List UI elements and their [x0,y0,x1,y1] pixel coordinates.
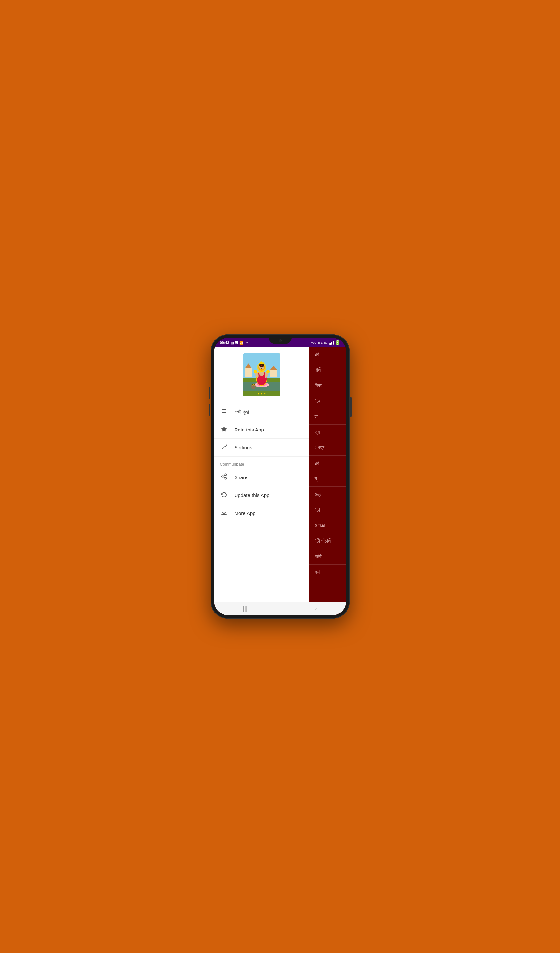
menu-item-rate[interactable]: Rate this App [214,421,309,439]
app-icon-image: ✦ ✦ ✦ [244,353,280,396]
svg-marker-37 [221,426,226,431]
list-item[interactable]: কথা [309,565,346,580]
bar1 [329,343,330,345]
list-item[interactable]: মন্ত্র [309,487,346,502]
status-bar: 09:43 ▤ 🖼 📶 ··· VoLTE LTE2 🔋 [214,337,346,347]
svg-point-31 [252,384,253,385]
drawer-menu: লক্ষী পূজা Rate this App [214,403,309,602]
phone-frame: 09:43 ▤ 🖼 📶 ··· VoLTE LTE2 🔋 [211,334,350,619]
menu-item-update[interactable]: Update this App [214,486,309,504]
lte-label: LTE2 [321,341,328,345]
list-item[interactable]: ণালী [309,362,346,378]
svg-line-43 [223,477,225,478]
svg-point-39 [225,474,226,475]
svg-rect-5 [270,370,277,377]
list-item[interactable]: য়্ [309,471,346,487]
menu-label-moreapp: More App [234,510,256,516]
volume-down-button[interactable] [209,404,210,416]
volume-up-button[interactable] [209,387,210,399]
share-icon [220,473,228,481]
menu-item-settings[interactable]: Settings [214,439,309,457]
svg-point-38 [222,449,223,449]
list-item[interactable]: ম মন্ত্র [309,518,346,533]
svg-line-42 [223,475,225,476]
power-button[interactable] [350,397,352,417]
drawer-header: ✦ ✦ ✦ [214,347,309,403]
bar3 [332,342,332,345]
svg-point-21 [260,366,261,367]
status-left: 09:43 ▤ 🖼 📶 ··· [220,341,248,345]
svg-point-27 [266,370,270,373]
network-label: VoLTE [311,341,320,345]
menu-item-moreapp[interactable]: More App [214,504,309,522]
list-icon [220,408,228,416]
status-time: 09:43 [220,341,229,345]
phone-screen: 09:43 ▤ 🖼 📶 ··· VoLTE LTE2 🔋 [214,337,346,616]
bottom-navigation: ||| ○ ‹ [214,602,346,616]
front-camera [279,339,282,343]
svg-point-32 [254,384,255,385]
menu-item-appname[interactable]: লক্ষী পূজা [214,403,309,421]
sim-icon: ▤ [231,341,234,345]
notch [268,337,292,344]
status-right: VoLTE LTE2 🔋 [311,340,340,346]
menu-label-appname: লক্ষী পূজা [234,409,249,415]
refresh-icon [220,491,228,499]
bar2 [330,343,331,345]
list-item[interactable]: ত [309,409,346,425]
list-item[interactable]: ত্র [309,425,346,440]
deity-illustration: ✦ ✦ ✦ [244,353,280,396]
home-button[interactable]: ○ [279,605,283,612]
list-item[interactable]: ঃ [309,393,346,409]
recent-apps-button[interactable]: ||| [243,605,248,612]
svg-point-40 [221,476,223,478]
wrench-icon [220,443,228,452]
svg-point-41 [225,478,226,480]
list-item[interactable]: ী পাঁচালী [309,533,346,549]
main-content: ✦ ✦ ✦ [214,347,346,602]
list-item[interactable]: রণ [309,347,346,362]
image-icon: 🖼 [235,341,238,345]
svg-point-22 [262,366,263,367]
svg-text:✦ ✦ ✦: ✦ ✦ ✦ [258,393,265,396]
list-item[interactable]: া [309,502,346,518]
menu-label-update: Update this App [234,492,270,498]
battery-icon: 🔋 [335,340,340,346]
menu-label-rate: Rate this App [234,427,264,433]
download-icon [220,509,228,517]
background-list: রণ ণালী বিষয় ঃ ত ত্র াহন রণ য়্ মন্ত্র … [309,347,346,602]
back-button[interactable]: ‹ [315,605,317,612]
menu-item-share[interactable]: Share [214,469,309,486]
svg-point-23 [261,365,262,366]
section-communicate: Communicate [214,457,309,469]
list-item[interactable]: চালী [309,549,346,565]
list-item[interactable]: াহন [309,440,346,456]
navigation-drawer: ✦ ✦ ✦ [214,347,309,602]
svg-point-26 [254,370,257,373]
more-icon: ··· [245,341,248,345]
bar4 [333,341,334,345]
screen-content: 09:43 ▤ 🖼 📶 ··· VoLTE LTE2 🔋 [214,337,346,616]
menu-label-share: Share [234,475,248,480]
list-item[interactable]: রণ [309,456,346,471]
signal-bars [329,341,334,345]
svg-rect-3 [245,368,252,377]
menu-label-settings: Settings [234,445,252,450]
star-icon [220,425,228,434]
list-item[interactable]: বিষয় [309,378,346,393]
signal-icon: 📶 [239,341,244,345]
